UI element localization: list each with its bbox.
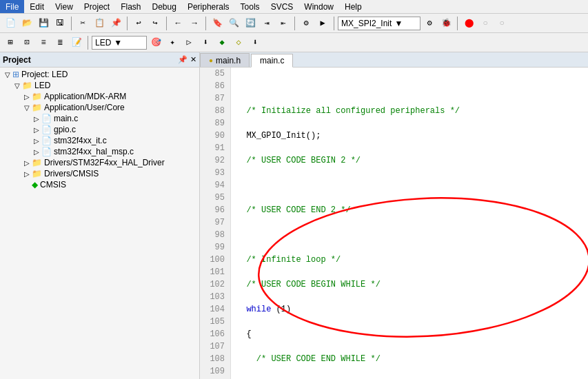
led-dropdown[interactable]: LED ▼ (92, 36, 147, 50)
line-92: 92 (205, 154, 225, 167)
save-all-btn[interactable]: 🖫 (52, 16, 68, 31)
circle-btn[interactable]: ○ (478, 16, 493, 31)
cut-btn[interactable]: ✂ (75, 16, 90, 31)
line-104: 104 (205, 303, 225, 316)
undo-btn[interactable]: ↩ (131, 16, 146, 31)
menu-debug[interactable]: Debug (147, 0, 182, 13)
sep-7 (457, 17, 458, 30)
expander-usercore[interactable]: ▽ (22, 103, 32, 112)
tree-item-user-core[interactable]: ▽ 📁 Application/User/Core (0, 102, 199, 113)
target-dropdown[interactable]: MX_SPI2_Init ▼ (338, 17, 420, 30)
tree-item-led[interactable]: ▽ 📁 LED (0, 80, 199, 91)
code-line-88: /* USER CODE BEGIN 2 */ (236, 154, 588, 167)
menu-view[interactable]: View (50, 0, 79, 13)
tree-item-gpio-c[interactable]: ▷ 📄 gpio.c (0, 124, 199, 135)
line-99: 99 (205, 241, 225, 254)
menu-edit[interactable]: Edit (24, 0, 50, 13)
tree-item-cmsis2[interactable]: ◆ CMSIS (0, 179, 199, 190)
expander-gpio-c[interactable]: ▷ (32, 125, 41, 134)
t2-btn3[interactable]: ≡ (36, 35, 51, 50)
tab-main-h[interactable]: ● main.h (200, 53, 250, 67)
sidebar-title: Project (3, 55, 31, 65)
folder-hal-icon: 📁 (32, 158, 42, 167)
tree-item-hal-driver[interactable]: ▷ 📁 Drivers/STM32F4xx_HAL_Driver (0, 157, 199, 168)
stop-btn[interactable]: ⬤ (461, 16, 476, 31)
tree-item-main-c[interactable]: ▷ 📄 main.c (0, 113, 199, 124)
tree-item-cmsis[interactable]: ▷ 📁 Drivers/CMSIS (0, 168, 199, 179)
tree-item-mdk-arm[interactable]: ▷ 📁 Application/MDK-ARM (0, 91, 199, 102)
code-wrapper: 85 86 87 88 89 90 91 92 93 94 95 96 97 9… (200, 68, 588, 379)
tab-bar: ● main.h main.c (200, 52, 588, 68)
t2-target-btn[interactable]: 🎯 (148, 35, 163, 50)
sep-3 (166, 17, 167, 30)
menu-tools[interactable]: Tools (235, 0, 265, 13)
line-96: 96 (205, 204, 225, 216)
redo-btn[interactable]: ↪ (148, 16, 163, 31)
t2-wand-btn[interactable]: ✦ (165, 35, 180, 50)
menu-flash[interactable]: Flash (115, 0, 146, 13)
expander-mdk[interactable]: ▷ (22, 92, 32, 101)
expander-hal-driver[interactable]: ▷ (22, 158, 32, 167)
menu-project[interactable]: Project (79, 0, 115, 13)
menu-file[interactable]: File (0, 0, 24, 13)
line-98: 98 (205, 229, 225, 241)
circle2-btn[interactable]: ○ (494, 16, 509, 31)
t2-btn4[interactable]: ≣ (52, 35, 68, 50)
toolbar-1: 📄 📂 💾 🖫 ✂ 📋 📌 ↩ ↪ ← → 🔖 🔍 🔄 ⇥ ⇤ ⚙ ▶ MX_S… (0, 14, 588, 33)
t2-dl-btn[interactable]: ⬇ (198, 35, 213, 50)
find-btn[interactable]: 🔍 (226, 16, 241, 31)
outdent-btn[interactable]: ⇤ (276, 16, 291, 31)
tab-h-dot: ● (209, 57, 213, 64)
tree-item-msp-c[interactable]: ▷ 📄 stm32f4xx_hal_msp.c (0, 146, 199, 157)
build-btn[interactable]: ⚙ (298, 16, 314, 31)
led-dropdown-label: LED (95, 38, 111, 48)
line-106: 106 (205, 328, 225, 340)
menu-window[interactable]: Window (298, 0, 339, 13)
indent-btn[interactable]: ⇥ (259, 16, 274, 31)
t2-green-btn[interactable]: ◆ (214, 35, 230, 50)
bookmark-btn[interactable]: 🔖 (210, 16, 225, 31)
tab-main-c[interactable]: main.c (251, 54, 293, 68)
code-content[interactable]: /* Initialize all configured peripherals… (231, 68, 588, 379)
expander-led[interactable]: ▽ (12, 81, 22, 90)
main-area: Project 📌 ✕ ▽ ⊞ Project: LED ▽ 📁 LED (0, 52, 588, 379)
sidebar-pin-icon[interactable]: 📌 (178, 55, 187, 64)
expander-project[interactable]: ▽ (3, 70, 12, 79)
t2-btn2[interactable]: ⊡ (19, 35, 34, 50)
tree-item-it-c[interactable]: ▷ 📄 stm32f4xx_it.c (0, 135, 199, 146)
expander-main-c[interactable]: ▷ (32, 114, 41, 123)
code-line-92: /* Infinite loop */ (236, 254, 588, 266)
replace-btn[interactable]: 🔄 (243, 16, 258, 31)
expander-cmsis[interactable]: ▷ (22, 169, 32, 178)
line-101: 101 (205, 266, 225, 278)
menu-help[interactable]: Help (339, 0, 367, 13)
open-btn[interactable]: 📂 (19, 16, 34, 31)
t2-dl2-btn[interactable]: ⬇ (247, 35, 263, 50)
project-icon: ⊞ (12, 70, 19, 79)
tree-item-project[interactable]: ▽ ⊞ Project: LED (0, 69, 199, 80)
t2-btn5[interactable]: 📝 (69, 35, 84, 50)
code-container[interactable]: 85 86 87 88 89 90 91 92 93 94 95 96 97 9… (200, 68, 588, 379)
menu-peripherals[interactable]: Peripherals (182, 0, 235, 13)
run-btn[interactable]: ▶ (315, 16, 330, 31)
menu-svcs[interactable]: SVCS (265, 0, 299, 13)
line-85: 85 (205, 68, 225, 80)
expander-it-c[interactable]: ▷ (32, 136, 41, 145)
copy-btn[interactable]: 📋 (92, 16, 107, 31)
debug2-btn[interactable]: 🐞 (438, 16, 454, 31)
t2-run2-btn[interactable]: ▷ (181, 35, 196, 50)
line-94: 94 (205, 179, 225, 192)
back-btn[interactable]: ← (170, 16, 185, 31)
tab-c-label: main.c (260, 56, 284, 65)
target-options-btn[interactable]: ⚙ (422, 16, 437, 31)
folder-led-icon: 📁 (22, 81, 32, 90)
new-file-btn[interactable]: 📄 (3, 16, 18, 31)
fwd-btn[interactable]: → (187, 16, 202, 31)
save-btn[interactable]: 💾 (36, 16, 51, 31)
t2-btn1[interactable]: ⊞ (3, 35, 18, 50)
sidebar-close-icon[interactable]: ✕ (190, 55, 196, 64)
expander-msp-c[interactable]: ▷ (32, 147, 41, 156)
t2-diamond-btn[interactable]: ◇ (231, 35, 246, 50)
code-line-86: /* Initialize all configured peripherals… (236, 105, 588, 117)
paste-btn[interactable]: 📌 (108, 16, 123, 31)
